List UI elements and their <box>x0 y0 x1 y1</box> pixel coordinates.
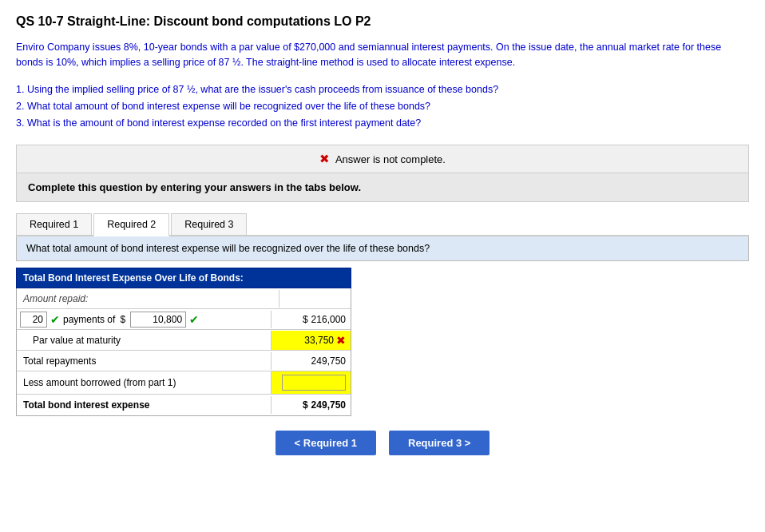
table-section: Total Bond Interest Expense Over Life of… <box>16 268 351 416</box>
question-3: 3. What is the amount of bond interest e… <box>16 115 749 132</box>
payments-row: ✔ payments of $ ✔ $ 216,000 <box>17 309 351 330</box>
total-repayments-label: Total repayments <box>17 352 271 370</box>
questions-section: 1. Using the implied selling price of 87… <box>16 81 749 133</box>
less-borrowed-row: Less amount borrowed (from part 1) <box>17 371 351 395</box>
total-interest-dollar: $ <box>303 399 308 411</box>
section-label: Amount repaid: <box>17 291 279 307</box>
question-label: What total amount of bond interest expen… <box>16 236 749 261</box>
tab-required-2[interactable]: Required 2 <box>93 213 169 236</box>
par-value-value: 33,750 <box>304 335 334 346</box>
dollar-sign: $ <box>118 314 127 325</box>
payment-check-icon: ✔ <box>189 313 199 326</box>
total-repayments-value: 249,750 <box>271 352 351 370</box>
alert-banner: ✖ Answer is not complete. <box>16 145 749 173</box>
par-value-label: Par value at maturity <box>17 332 271 349</box>
section-value-empty <box>279 290 351 308</box>
alert-text: Answer is not complete. <box>335 153 446 165</box>
alert-icon: ✖ <box>319 152 330 165</box>
complete-banner: Complete this question by entering your … <box>16 173 749 202</box>
total-interest-label: Total bond interest expense <box>17 396 271 414</box>
total-interest-row: Total bond interest expense $ 249,750 <box>17 395 351 415</box>
tab-required-1[interactable]: Required 1 <box>16 213 92 235</box>
par-value-cell: 33,750 ✖ <box>271 331 351 350</box>
payments-inputs: ✔ payments of $ ✔ <box>17 310 271 329</box>
page-title: QS 10-7 Straight-Line: Discount bond com… <box>16 14 749 29</box>
next-button[interactable]: Required 3 > <box>389 431 490 455</box>
table-header: Total Bond Interest Expense Over Life of… <box>16 268 351 288</box>
total-interest-value: $ 249,750 <box>271 396 351 414</box>
result-value: 216,000 <box>311 314 346 325</box>
par-error-icon: ✖ <box>336 334 346 347</box>
par-value-row: Par value at maturity 33,750 ✖ <box>17 330 351 351</box>
check-icon: ✔ <box>50 313 60 326</box>
result-dollar: $ <box>303 314 308 325</box>
less-borrowed-input-cell <box>271 371 351 394</box>
table-body: Amount repaid: ✔ payments of $ ✔ $ 216,0… <box>16 288 351 416</box>
payment-amount-input[interactable] <box>130 312 186 328</box>
tab-required-3[interactable]: Required 3 <box>171 213 247 235</box>
payments-result: $ 216,000 <box>271 311 351 328</box>
less-borrowed-input[interactable] <box>282 375 346 391</box>
total-repayments-row: Total repayments 249,750 <box>17 351 351 371</box>
num-payments-input[interactable] <box>20 312 47 328</box>
less-borrowed-label: Less amount borrowed (from part 1) <box>17 374 271 391</box>
tabs-container: Required 1 Required 2 Required 3 <box>16 213 749 236</box>
prev-button[interactable]: < Required 1 <box>275 431 376 455</box>
question-2: 2. What total amount of bond interest ex… <box>16 98 749 115</box>
total-interest-amount: 249,750 <box>311 399 346 411</box>
payments-of-label: payments of <box>63 314 115 325</box>
intro-text: Enviro Company issues 8%, 10-year bonds … <box>16 40 749 70</box>
btn-row: < Required 1 Required 3 > <box>16 431 749 455</box>
question-1: 1. Using the implied selling price of 87… <box>16 81 749 98</box>
section-label-row: Amount repaid: <box>17 288 351 309</box>
